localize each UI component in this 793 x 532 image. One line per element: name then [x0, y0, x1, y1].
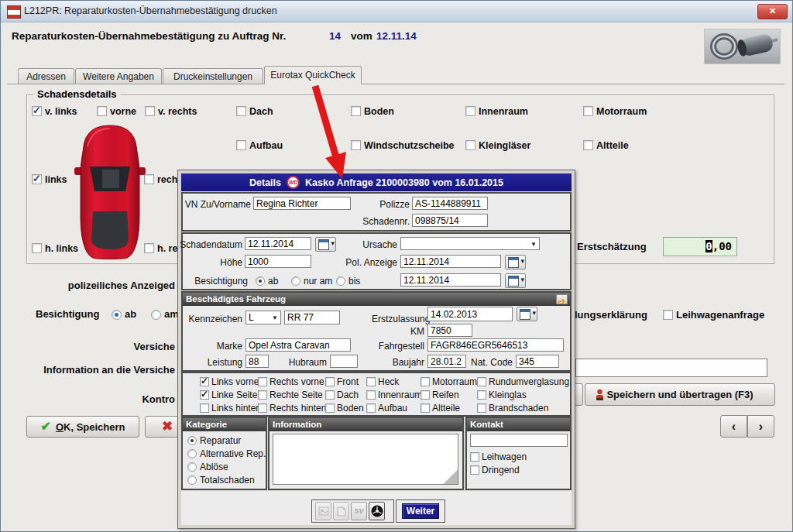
checkbox-h-links[interactable]: [32, 243, 42, 253]
dmg-innenraum[interactable]: [366, 390, 376, 400]
dmg-links-hinten[interactable]: [200, 403, 209, 413]
document-button[interactable]: [333, 502, 349, 520]
dmg-links-hinten-label: Links hinten: [211, 403, 261, 414]
kontakt-input[interactable]: [470, 434, 568, 447]
dmg-altteile[interactable]: [421, 403, 430, 413]
radio-besichtigung-am[interactable]: [151, 310, 161, 320]
checkbox-kleinglaeser[interactable]: [465, 140, 475, 150]
red-annotation-arrow: [305, 83, 353, 184]
baujahr-input[interactable]: [427, 355, 466, 368]
save-and-transfer-label: Speichern und übertragen (F3): [606, 389, 753, 400]
vn-input[interactable]: [253, 197, 351, 210]
checkbox-leihwagenanfrage[interactable]: [663, 310, 673, 320]
vehicle-header-button[interactable]: [556, 294, 568, 304]
polizze-label: Polizze: [359, 199, 410, 210]
dmg-innenraum-label: Innenraum: [378, 390, 422, 400]
label-innenraum: Innenraum: [479, 106, 528, 117]
ok-save-button[interactable]: ✔OK, Speichern: [26, 416, 139, 438]
photo-button[interactable]: [315, 502, 331, 520]
dmg-motorraum[interactable]: [421, 377, 430, 386]
schadendatum-calendar-button[interactable]: ▾: [315, 237, 336, 252]
radio-besichtigung-ab[interactable]: [112, 310, 122, 320]
cancel-x-icon: ✖: [162, 419, 173, 434]
prev-button[interactable]: ‹: [720, 415, 747, 438]
schadennr-input[interactable]: [412, 214, 488, 227]
next-button[interactable]: ›: [747, 415, 774, 438]
dmg-links-vorne[interactable]: [200, 377, 209, 386]
dmg-heck[interactable]: [366, 377, 376, 386]
pol-anzeige-calendar-button[interactable]: ▾: [505, 255, 526, 269]
dmg-dach[interactable]: [325, 390, 335, 400]
dmg-rechte-seite[interactable]: [258, 390, 267, 400]
radio-reparatur[interactable]: [187, 436, 197, 445]
erstschaetzung-selected-digit: 0: [705, 240, 712, 252]
checkbox-links[interactable]: [32, 174, 42, 184]
dmg-brandschaden[interactable]: [477, 403, 486, 413]
dialog-title-bar[interactable]: Details WD Kasko Anfrage 2100003980 vom …: [181, 173, 572, 191]
dmg-dach-label: Dach: [337, 390, 359, 400]
save-and-transfer-button[interactable]: Speichern und übertragen (F3): [585, 383, 775, 406]
photo-icon: [318, 506, 329, 516]
dmg-rechts-hinten[interactable]: [258, 403, 267, 413]
caret-down-icon: ▾: [331, 239, 335, 247]
checkbox-aufbau[interactable]: [236, 140, 246, 150]
kennzeichen-input[interactable]: [284, 311, 340, 324]
dmg-linke-seite[interactable]: [200, 390, 209, 400]
radio-abloese[interactable]: [187, 462, 197, 472]
checkbox-vorne[interactable]: [97, 106, 107, 116]
order-number: 14: [329, 30, 341, 42]
dmg-boden[interactable]: [325, 403, 335, 413]
dmg-rundumverglasung[interactable]: [477, 377, 486, 386]
information-textarea[interactable]: [273, 434, 458, 485]
leistung-input[interactable]: [245, 355, 269, 368]
radio-alternative-rep[interactable]: [187, 449, 197, 458]
weiter-button[interactable]: Weiter: [402, 503, 439, 519]
marke-input[interactable]: [245, 338, 351, 352]
checkbox-v-links[interactable]: [32, 106, 42, 116]
ok-label: K, Speichern: [64, 421, 125, 433]
besichtigung-date-input[interactable]: [400, 273, 501, 287]
tab-eurotax-quickcheck[interactable]: Eurotax QuickCheck: [264, 66, 362, 84]
dmg-kleinglas[interactable]: [477, 390, 486, 400]
tab-weitere-angaben[interactable]: Weitere Angaben: [75, 68, 162, 84]
km-input[interactable]: [427, 324, 472, 337]
checkbox-altteile[interactable]: [583, 140, 593, 150]
tab-adressen[interactable]: Adressen: [18, 68, 74, 84]
caret-down-icon: ▾: [520, 276, 524, 283]
kennzeichen-select[interactable]: L▼: [245, 311, 281, 324]
radio-totalschaden[interactable]: [187, 475, 197, 485]
versicherung-info-input[interactable]: [575, 359, 767, 377]
wheel-button[interactable]: [369, 502, 385, 520]
checkbox-motorraum[interactable]: [583, 106, 593, 116]
pol-anzeige-input[interactable]: [400, 255, 501, 268]
close-button[interactable]: ✕: [757, 4, 788, 19]
checkbox-dach[interactable]: [236, 106, 246, 116]
erstzulassung-input[interactable]: [427, 307, 513, 321]
erstschaetzung-field[interactable]: 0,00: [663, 237, 737, 256]
checkbox-dringend[interactable]: [470, 465, 479, 475]
label-windschutzscheibe: Windschutzscheibe: [364, 140, 455, 151]
checkbox-innenraum[interactable]: [465, 106, 475, 116]
erstzulassung-calendar-button[interactable]: ▾: [517, 307, 537, 321]
ursache-select[interactable]: ▼: [400, 237, 540, 250]
dmg-aufbau[interactable]: [366, 403, 376, 413]
dialog-title-details: Details: [249, 177, 281, 188]
dmg-rechts-vorne[interactable]: [258, 377, 267, 386]
radio-nur-am[interactable]: [291, 276, 300, 286]
sv-button[interactable]: SV: [351, 502, 367, 520]
besichtigung-calendar-button[interactable]: ▾: [505, 273, 526, 288]
dropdown-caret-icon: ▼: [272, 314, 278, 321]
hubraum-input[interactable]: [330, 355, 358, 368]
schadendatum-input[interactable]: [245, 237, 311, 250]
hoehe-input[interactable]: [245, 255, 311, 268]
tab-druckeinstellungen[interactable]: Druckeinstellungen: [163, 68, 263, 84]
dmg-front[interactable]: [325, 377, 335, 386]
checkbox-v-rechts[interactable]: [145, 106, 155, 116]
dmg-reifen[interactable]: [421, 390, 430, 400]
fahrgestell-input[interactable]: [427, 338, 564, 352]
polizze-input[interactable]: [412, 197, 488, 210]
natcode-input[interactable]: [516, 355, 559, 368]
radio-ab[interactable]: [256, 276, 265, 286]
checkbox-leihwagen[interactable]: [470, 452, 479, 462]
radio-bis[interactable]: [336, 276, 345, 286]
